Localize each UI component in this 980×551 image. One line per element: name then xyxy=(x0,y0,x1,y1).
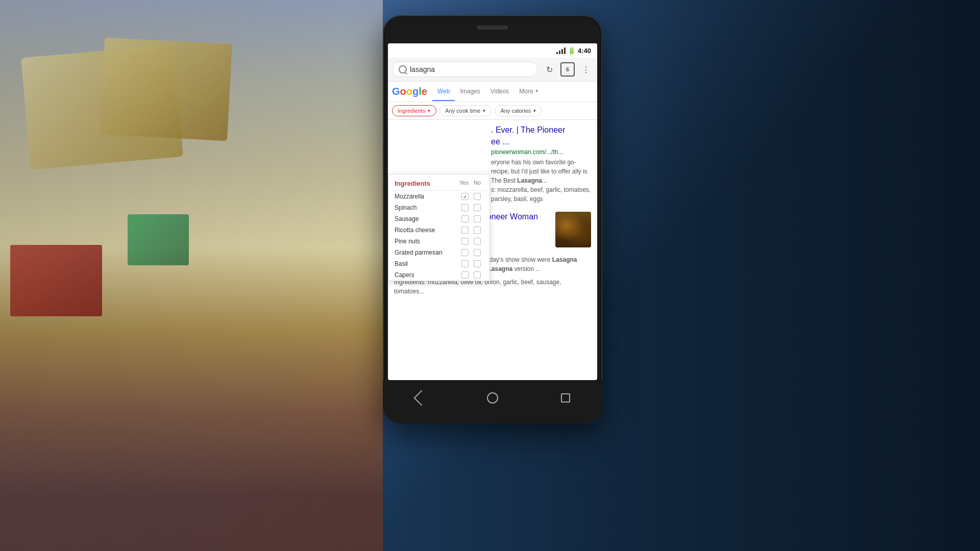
pine-nuts-no-check xyxy=(474,238,481,245)
pine-nuts-yes-check xyxy=(461,238,469,245)
phone-frame: 🔋 4:40 lasagna ↻ 6 ⋮ Google Web Images xyxy=(383,15,602,423)
result-title-1[interactable]: . Ever. | The Pioneer xyxy=(491,125,591,136)
ingredients-filter-label: Ingredients xyxy=(398,108,425,114)
tab-web[interactable]: Web xyxy=(432,83,455,101)
google-logo-g: G xyxy=(392,86,400,97)
spinach-yes-checkbox[interactable] xyxy=(459,204,471,211)
result-image-2 xyxy=(555,212,591,247)
recents-button[interactable] xyxy=(556,389,575,407)
sausage-no-check xyxy=(474,215,481,222)
tab-images-label: Images xyxy=(460,88,480,95)
ingredient-row-mozzarella[interactable]: Mozzarella ✓ xyxy=(388,191,489,202)
spinach-no-check xyxy=(474,204,481,211)
ingredient-label-ricotta: Ricotta cheese xyxy=(395,227,459,234)
snippet2-bold1: Lasagna xyxy=(552,256,577,263)
sausage-yes-check xyxy=(461,215,469,222)
result-image-inner-2 xyxy=(555,212,591,247)
signal-bar-3 xyxy=(561,49,563,54)
basil-no-check xyxy=(474,260,481,267)
ingredient-label-pine-nuts: Pine nuts xyxy=(395,238,459,245)
search-query-text: lasagna xyxy=(410,65,531,73)
tab-web-label: Web xyxy=(437,88,450,95)
capers-yes-check xyxy=(461,271,469,279)
sausage-no-checkbox[interactable] xyxy=(471,215,483,222)
google-logo-e: e xyxy=(422,86,427,97)
sausage-yes-checkbox[interactable] xyxy=(459,215,471,222)
result-title-1-text: . Ever. | The Pioneer xyxy=(491,126,565,134)
tab-more[interactable]: More ▼ xyxy=(514,83,544,101)
result-title-1-line2-text: ee ... xyxy=(491,137,509,146)
home-button[interactable] xyxy=(483,389,502,407)
pine-nuts-no-checkbox[interactable] xyxy=(471,238,483,245)
cook-time-filter[interactable]: Any cook time ▼ xyxy=(439,105,492,116)
ingredients-filter[interactable]: Ingredients ▼ xyxy=(392,105,436,116)
tab-images[interactable]: Images xyxy=(455,83,485,101)
dropdown-header-label: Ingredients xyxy=(395,180,430,187)
parmesan-yes-check xyxy=(461,249,469,256)
tab-videos-label: Videos xyxy=(491,88,509,95)
ingredients-filter-arrow: ▼ xyxy=(427,109,431,113)
tab-videos[interactable]: Videos xyxy=(485,83,514,101)
pine-nuts-yes-checkbox[interactable] xyxy=(459,238,471,245)
calories-filter[interactable]: Any calories ▼ xyxy=(495,105,542,116)
col-no-header: No xyxy=(471,180,483,187)
capers-no-check xyxy=(474,271,481,279)
signal-bar-2 xyxy=(559,51,560,54)
home-icon xyxy=(487,392,498,404)
result-title-1-line2[interactable]: ee ... xyxy=(491,137,591,147)
signal-bar-4 xyxy=(564,47,566,54)
ingredient-row-parmesan[interactable]: Grated parmesan xyxy=(388,247,489,258)
ingredient-row-pine-nuts[interactable]: Pine nuts xyxy=(388,236,489,247)
signal-bars-icon xyxy=(556,47,566,54)
parmesan-yes-checkbox[interactable] xyxy=(459,249,471,256)
col-yes-header: Yes xyxy=(458,180,470,187)
google-logo-o2: o xyxy=(406,86,412,97)
dropdown-header: Ingredients Yes No xyxy=(388,174,489,191)
ingredient-row-sausage[interactable]: Sausage xyxy=(388,213,489,224)
snippet2-bold2: Lasagna xyxy=(487,265,512,272)
tab-more-label: More xyxy=(519,88,533,95)
capers-no-checkbox[interactable] xyxy=(471,271,483,279)
chrome-menu-button[interactable]: ⋮ xyxy=(579,62,593,77)
spinach-no-checkbox[interactable] xyxy=(471,204,483,211)
ricotta-no-checkbox[interactable] xyxy=(471,227,483,234)
refresh-button[interactable]: ↻ xyxy=(542,62,556,77)
status-bar: 🔋 4:40 xyxy=(388,43,597,58)
capers-yes-checkbox[interactable] xyxy=(459,271,471,279)
basil-yes-checkbox[interactable] xyxy=(459,260,471,267)
google-logo-g2: g xyxy=(412,86,419,97)
mozzarella-no-checkbox[interactable] xyxy=(471,193,483,200)
ingredient-row-capers[interactable]: Capers xyxy=(388,269,489,281)
parmesan-no-checkbox[interactable] xyxy=(471,249,483,256)
spinach-yes-check xyxy=(461,204,469,211)
phone-speaker xyxy=(477,26,508,30)
dropdown-col-headers: Yes No xyxy=(458,180,483,187)
ingredient-row-ricotta[interactable]: Ricotta cheese xyxy=(388,224,489,236)
url-search-box[interactable]: lasagna xyxy=(392,62,538,77)
ricotta-yes-check xyxy=(461,227,469,234)
google-logo-o1: o xyxy=(400,86,406,97)
mozzarella-yes-checkbox[interactable]: ✓ xyxy=(459,193,471,200)
ricotta-no-check xyxy=(474,227,481,234)
content-area: . Ever. | The Pioneer ee ... pioneerwoma… xyxy=(388,120,597,380)
tab-more-arrow: ▼ xyxy=(535,89,539,93)
calories-filter-label: Any calories xyxy=(500,108,531,114)
basil-no-checkbox[interactable] xyxy=(471,260,483,267)
ingredient-label-mozzarella: Mozzarella xyxy=(395,193,459,200)
chrome-address-bar[interactable]: lasagna ↻ 6 ⋮ xyxy=(388,58,597,82)
result-snippet-1: eryone has his own favorite go-recipe, b… xyxy=(491,158,591,204)
ingredient-label-capers: Capers xyxy=(395,271,459,279)
phone-screen: 🔋 4:40 lasagna ↻ 6 ⋮ Google Web Images xyxy=(388,43,597,380)
snippet-bold-lasagna: Lasagna xyxy=(517,177,542,184)
mozzarella-no-check xyxy=(474,193,481,200)
basil-yes-check xyxy=(461,260,469,267)
back-button[interactable] xyxy=(410,389,429,407)
ingredients-dropdown[interactable]: Ingredients Yes No Mozzarella ✓ xyxy=(388,174,490,281)
tabs-button[interactable]: 6 xyxy=(560,62,575,77)
ingredient-row-basil[interactable]: Basil xyxy=(388,258,489,269)
back-icon xyxy=(413,390,429,406)
ingredient-label-parmesan: Grated parmesan xyxy=(395,249,459,256)
signal-bar-1 xyxy=(556,52,558,54)
ingredient-row-spinach[interactable]: Spinach xyxy=(388,202,489,213)
ricotta-yes-checkbox[interactable] xyxy=(459,227,471,234)
